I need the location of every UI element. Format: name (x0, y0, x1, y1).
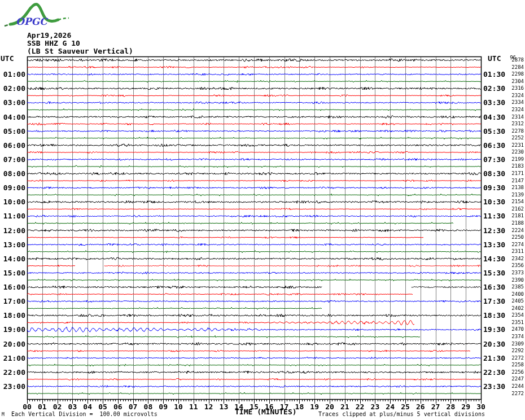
trace-mean-value: 2138 (508, 185, 524, 190)
trace-mean-value: 2342 (508, 256, 524, 261)
trace-mean-value: 2309 (508, 341, 524, 347)
left-hour-label: 21:00 (0, 354, 25, 362)
minute-tick-label: 19 (310, 403, 319, 411)
left-hour-label: 17:00 (0, 297, 25, 305)
minute-tick-label: 22 (356, 403, 365, 411)
trace-mean-value: 2311 (508, 248, 524, 254)
trace-mean-value-overlay: 96 (504, 55, 516, 60)
minute-tick-label: 28 (447, 403, 456, 411)
right-half-hour-label: 06:30 (483, 141, 511, 150)
minute-tick-label: 12 (204, 403, 213, 411)
right-half-hour-label: 04:30 (483, 113, 511, 121)
trace-mean-value: 2402 (508, 305, 524, 311)
minute-tick-label: 26 (416, 403, 425, 411)
minute-tick-label: 04 (83, 403, 92, 411)
left-hour-label: 06:00 (0, 141, 25, 150)
right-half-hour-label: 07:30 (483, 155, 511, 164)
right-half-hour-label: 21:30 (483, 354, 511, 362)
utc-header-right: UTC (488, 54, 501, 63)
trace-mean-value: 2314 (508, 114, 524, 120)
minute-tick-label: 25 (401, 403, 410, 411)
minute-tick-label: 05 (98, 403, 107, 411)
trace-mean-value: 2298 (508, 71, 524, 77)
trace-mean-value: 2252 (508, 135, 524, 141)
left-hour-label: 15:00 (0, 269, 25, 277)
minute-tick-label: 00 (23, 403, 32, 411)
utc-header-left: UTC (1, 54, 14, 63)
trace-mean-value: 2324 (508, 93, 524, 98)
minute-tick-label: 08 (144, 403, 153, 411)
right-half-hour-label: 03:30 (483, 98, 511, 107)
seismogram-canvas (0, 0, 525, 420)
trace-mean-value: 2390 (508, 277, 524, 283)
right-half-hour-label: 10:30 (483, 198, 511, 206)
trace-mean-value: 2351 (508, 320, 524, 325)
minute-tick-label: 29 (461, 403, 470, 411)
left-hour-label: 10:00 (0, 198, 25, 206)
trace-mean-value: 2470 (508, 326, 524, 332)
clipping-note: Traces clipped at plus/minus 5 vertical … (318, 411, 485, 417)
trace-mean-value: 2188 (508, 220, 524, 226)
right-half-hour-label: 22:30 (483, 368, 511, 377)
left-hour-label: 12:00 (0, 226, 25, 235)
trace-mean-value: 2250 (508, 234, 524, 240)
right-half-hour-label: 14:30 (483, 255, 511, 263)
trace-mean-value: 2284 (508, 64, 524, 70)
left-hour-label: 14:00 (0, 255, 25, 263)
trace-mean-value: 2162 (508, 206, 524, 212)
opgc-logo-graphic: OPGC (3, 1, 71, 30)
left-hour-label: 19:00 (0, 325, 25, 334)
trace-mean-value: 2292 (508, 348, 524, 353)
left-hour-label: 16:00 (0, 283, 25, 291)
minute-tick-label: 06 (113, 403, 123, 411)
vertical-division-note: Each Vertical Division = 100.00 microvol… (11, 411, 158, 417)
right-half-hour-label: 08:30 (483, 169, 511, 178)
left-hour-label: 08:00 (0, 169, 25, 178)
left-hour-label: 18:00 (0, 311, 25, 320)
right-half-hour-label: 16:30 (483, 283, 511, 291)
minute-tick-label: 20 (325, 403, 334, 411)
right-half-hour-label: 20:30 (483, 340, 511, 348)
trace-mean-value: 2247 (508, 376, 524, 382)
right-half-hour-label: 05:30 (483, 127, 511, 135)
trace-mean-value: 2274 (508, 242, 524, 247)
trace-mean-value: 2354 (508, 312, 524, 318)
corner-mark: M (2, 412, 5, 417)
right-half-hour-label: 02:30 (483, 84, 511, 93)
trace-mean-value: 2312 (508, 121, 524, 126)
right-half-hour-label: 11:30 (483, 212, 511, 220)
right-half-hour-label: 15:30 (483, 269, 511, 277)
left-hour-label: 20:00 (0, 340, 25, 348)
left-hour-label: 13:00 (0, 240, 25, 249)
left-hour-label: 11:00 (0, 212, 25, 220)
trace-mean-value: 2231 (508, 142, 524, 148)
title-date: Apr19,2026 (27, 32, 71, 40)
opgc-logo: OPGC (3, 1, 71, 33)
left-hour-label: 05:00 (0, 127, 25, 135)
trace-mean-value: 2316 (508, 85, 524, 91)
title-location: (LB St Sauveur Vertical) (27, 47, 133, 55)
trace-mean-value: 2373 (508, 270, 524, 275)
minute-tick-label: 07 (129, 403, 138, 411)
trace-mean-value: 2324 (508, 107, 524, 112)
minute-tick-label: 10 (174, 403, 183, 411)
trace-mean-value: 2183 (508, 163, 524, 169)
trace-mean-value: 2199 (508, 156, 524, 162)
title-station: SSB HHZ G 10 (27, 40, 80, 47)
minute-tick-label: 03 (68, 403, 77, 411)
trace-mean-value: 2244 (508, 383, 524, 389)
right-half-hour-label: 17:30 (483, 297, 511, 305)
trace-mean-value: 2356 (508, 262, 524, 268)
minute-tick-label: 23 (371, 403, 380, 411)
trace-mean-value: 2154 (508, 199, 524, 204)
right-half-hour-label: 12:30 (483, 226, 511, 235)
left-hour-label: 22:00 (0, 368, 25, 377)
trace-mean-value: 2334 (508, 99, 524, 105)
minute-tick-label: 02 (53, 403, 62, 411)
minute-tick-label: 30 (476, 403, 485, 411)
trace-mean-value: 2171 (508, 170, 524, 176)
minute-tick-label: 11 (189, 403, 198, 411)
helicorder-page: OPGC Apr19,2026 SSB HHZ G 10 (LB St Sauv… (0, 0, 525, 420)
trace-mean-value: 2374 (508, 334, 524, 339)
trace-mean-value: 2278 (508, 128, 524, 134)
